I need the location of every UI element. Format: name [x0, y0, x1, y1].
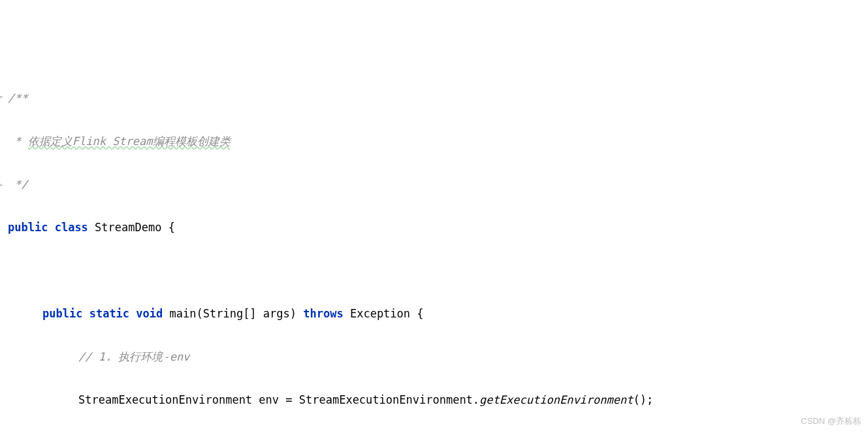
comment-text: // 1. 执行环境-env — [78, 350, 189, 363]
comment-prefix: * — [8, 135, 28, 148]
code-line-blank — [0, 260, 868, 282]
keyword-static: static — [89, 307, 129, 320]
comment-text: */ — [8, 178, 28, 191]
code-line-method-decl[interactable]: public static void main(String[] args) t… — [0, 303, 868, 325]
keyword-void: void — [136, 307, 163, 320]
comment-text: 依据定义Flink Stream编程模板创建类 — [28, 135, 231, 148]
code-line-comment-body[interactable]: * 依据定义Flink Stream编程模板创建类 — [0, 131, 868, 152]
exception-name: Exception { — [350, 307, 424, 320]
code-line-comment[interactable]: // 1. 执行环境-env — [0, 346, 868, 368]
keyword-throws: throws — [303, 307, 343, 320]
code-line-comment-end[interactable]: */ — [0, 174, 868, 195]
keyword-class: class — [55, 221, 88, 234]
code-line-class-decl[interactable]: public class StreamDemo { — [0, 217, 868, 238]
code-line-statement[interactable]: StreamExecutionEnvironment env = StreamE… — [0, 389, 868, 411]
statement-end: (); — [634, 393, 654, 406]
keyword-public: public — [8, 221, 48, 234]
code-line-blank — [0, 432, 868, 437]
comment-text: /** — [8, 91, 28, 105]
watermark-text: CSDN @齐栋栋 — [801, 410, 861, 432]
collapse-icon — [0, 95, 4, 101]
static-method: getExecutionEnvironment — [479, 393, 633, 406]
statement-text: StreamExecutionEnvironment env = StreamE… — [78, 393, 479, 406]
class-name: StreamDemo { — [95, 221, 175, 234]
code-line-comment-start[interactable]: /** — [0, 88, 868, 109]
method-signature: main(String[] args) — [170, 307, 297, 320]
collapse-icon — [0, 181, 4, 187]
keyword-public: public — [42, 307, 82, 320]
